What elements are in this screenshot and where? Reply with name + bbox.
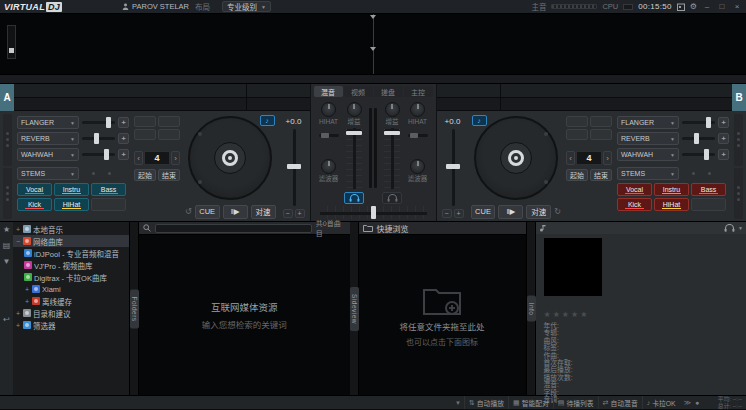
gain-knob[interactable]	[385, 102, 400, 117]
stem-button-bass[interactable]: Bass	[91, 183, 126, 196]
loop-length-display[interactable]: 4	[144, 151, 170, 165]
headphone-cue-2-button[interactable]	[382, 192, 402, 204]
rating-stars[interactable]: ★ ★ ★ ★ ★	[544, 310, 746, 319]
fx-activate-button[interactable]: +	[718, 149, 729, 160]
fx-slider-handle[interactable]	[706, 117, 711, 128]
fx-amount-slider[interactable]	[682, 153, 715, 156]
folders-side-tab[interactable]: Folders	[130, 222, 139, 395]
tree-expander[interactable]: +	[15, 322, 21, 329]
fx-slot-select[interactable]: FLANGER▼	[17, 116, 79, 129]
user-account-button[interactable]: PAROV STELAR	[122, 2, 189, 11]
play-pause-button[interactable]: ‖▶	[223, 205, 248, 219]
shuffle-icon[interactable]: ↺	[185, 207, 192, 216]
shuffle-icon[interactable]: ↻	[554, 207, 561, 216]
panel-toggle-icon[interactable]: ▼	[452, 400, 464, 406]
more-icon[interactable]: ≫	[684, 399, 691, 407]
stem-button-kick[interactable]: Kick	[617, 198, 652, 211]
tree-expander[interactable]: +	[24, 298, 30, 305]
settings-gear-icon[interactable]: ⚙	[690, 2, 697, 11]
hihat-knob[interactable]	[321, 102, 336, 117]
chevron-down-icon[interactable]: ▼	[738, 225, 743, 231]
loop-half-button[interactable]: ‹	[566, 151, 575, 165]
tab-video[interactable]: 视频	[344, 86, 373, 97]
tree-item-digitrax[interactable]: Digitrax - 卡拉OK曲库	[13, 271, 129, 283]
headphone-cue-1-button[interactable]	[344, 192, 364, 204]
fx-activate-button[interactable]: +	[718, 117, 729, 128]
keylock-badge[interactable]: ♪	[260, 115, 275, 126]
sync-button[interactable]: 对速	[526, 205, 551, 219]
star-icon[interactable]: ★	[562, 310, 569, 319]
quick-browse-drop-zone[interactable]: 将任意文件夹拖至此处 也可以点击下面图标	[359, 235, 526, 395]
gain-knob[interactable]	[347, 102, 362, 117]
back-icon[interactable]: ↩	[3, 315, 10, 324]
star-icon[interactable]: ★	[580, 310, 587, 319]
tab-scratch[interactable]: 搓盘	[374, 86, 403, 97]
sync-button[interactable]: 对速	[251, 205, 276, 219]
sampler-level-slider[interactable]	[408, 134, 428, 137]
hihat-knob[interactable]	[410, 102, 425, 117]
fx-slot-select[interactable]: REVERB▼	[17, 132, 79, 145]
play-pause-button[interactable]: ‖▶	[498, 205, 523, 219]
stems-select[interactable]: STEMS▼	[17, 167, 79, 180]
stem-button-hihat[interactable]: HiHat	[54, 198, 89, 211]
record-icon[interactable]: ●	[695, 399, 699, 406]
tree-item-offline-cache[interactable]: + 离线缓存	[13, 295, 129, 307]
fx-activate-button[interactable]: +	[118, 117, 129, 128]
pitch-handle[interactable]	[287, 164, 301, 169]
fx-slider-handle[interactable]	[94, 133, 99, 144]
loop-double-button[interactable]: ›	[171, 151, 180, 165]
hotcue-pad[interactable]	[590, 116, 612, 127]
filter-knob[interactable]	[321, 159, 336, 174]
fader-handle[interactable]	[384, 129, 400, 135]
hotcue-pad[interactable]	[134, 116, 156, 127]
star-icon[interactable]: ★	[544, 310, 551, 319]
pitch-bend-minus-button[interactable]: −	[442, 209, 452, 218]
waveform-zoom-handle[interactable]	[9, 48, 14, 53]
mic-level-slider[interactable]	[319, 134, 339, 137]
hotcue-pad[interactable]	[134, 129, 156, 140]
filter-icon[interactable]: ▼	[3, 257, 11, 266]
filter-knob[interactable]	[410, 159, 425, 174]
stem-button-vocal[interactable]: Vocal	[17, 183, 52, 196]
search-input[interactable]	[155, 224, 312, 233]
tree-item-vjpro[interactable]: VJ'Pro - 视频曲库	[13, 259, 129, 271]
fx-slot-select[interactable]: FLANGER▼	[617, 116, 679, 129]
loop-double-button[interactable]: ›	[603, 151, 612, 165]
hotcue-pad[interactable]	[590, 129, 612, 140]
crossfader[interactable]	[320, 206, 427, 219]
deck-b-badge[interactable]: B	[732, 84, 746, 111]
fx-amount-slider[interactable]	[682, 137, 715, 140]
star-icon[interactable]: ★	[553, 310, 560, 319]
stem-button-instru[interactable]: Instru	[54, 183, 89, 196]
fx-activate-button[interactable]: +	[718, 133, 729, 144]
stem-button-instru[interactable]: Instru	[654, 183, 689, 196]
sidelist-button[interactable]: ▤待播列表	[553, 396, 598, 409]
waveform-zoom-slider[interactable]	[7, 25, 16, 59]
deck-a-fx-panel-tab[interactable]	[3, 114, 12, 166]
karaoke-button[interactable]: ♪卡拉OK	[642, 396, 680, 409]
clock-mode-icon[interactable]	[677, 3, 685, 11]
hotcue-pad[interactable]	[566, 116, 588, 127]
star-icon[interactable]: ★	[571, 310, 578, 319]
track-overview-strip[interactable]	[0, 75, 746, 84]
cue-button[interactable]: CUE	[195, 205, 220, 219]
fx-slider-handle[interactable]	[694, 133, 699, 144]
info-side-tab[interactable]: Info	[527, 222, 536, 395]
fader-handle[interactable]	[346, 129, 362, 135]
tree-item-online-music[interactable]: − 网络曲库	[13, 235, 129, 247]
maximize-button[interactable]: □	[717, 2, 727, 11]
deck-b-jog-wheel[interactable]	[474, 116, 558, 200]
tree-expander[interactable]: −	[15, 238, 21, 245]
fx-slider-handle[interactable]	[704, 149, 709, 160]
fx-slot-select[interactable]: REVERB▼	[617, 132, 679, 145]
fx-slot-select[interactable]: WAHWAH▼	[17, 148, 79, 161]
tree-expander[interactable]: +	[24, 286, 30, 293]
stem-empty-pad[interactable]	[691, 198, 726, 211]
stem-button-hihat[interactable]: HiHat	[654, 198, 689, 211]
loop-length-display[interactable]: 4	[576, 151, 602, 165]
crossfader-handle[interactable]	[371, 206, 376, 219]
stem-button-vocal[interactable]: Vocal	[617, 183, 652, 196]
pitch-bend-plus-button[interactable]: +	[295, 209, 305, 218]
tree-expander[interactable]: +	[15, 226, 21, 233]
fx-amount-slider[interactable]	[682, 121, 715, 124]
